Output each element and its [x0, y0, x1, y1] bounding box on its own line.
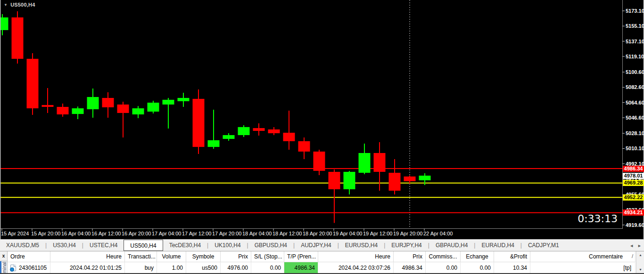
- chart-panel: ▼ US500,H4 5173.105155.105137.105119.105…: [0, 0, 644, 239]
- candle-body: [72, 108, 84, 114]
- candle-body: [404, 177, 416, 181]
- table-cell-value: 4986.34: [402, 263, 422, 273]
- candle-body: [87, 97, 99, 109]
- time-axis-label: 19 Apr 12:00: [363, 231, 392, 236]
- time-axis-label: 18 Apr 12:00: [272, 231, 302, 236]
- table-cell-value: [tp]: [623, 263, 631, 273]
- price-badge: 4952.22: [623, 194, 644, 201]
- chart-tab-bar: XAUUSD,M5|US30,H4|USTEC,H4US500,H4TecDE3…: [0, 239, 644, 251]
- column-header[interactable]: Ordre: [8, 251, 50, 262]
- candle-body: [389, 173, 401, 191]
- chart-tab-gbpusd-h4[interactable]: GBPUSD,H4: [248, 240, 293, 251]
- terminal-vertical-tab[interactable]: minal: [0, 261, 8, 273]
- table-cell-value: 2024.04.22 03:07:26: [339, 263, 390, 273]
- table-cell-value: 243061105: [19, 263, 47, 273]
- terminal-window: ▼ US500,H4 5173.105155.105137.105119.105…: [0, 0, 644, 274]
- table-cell: 4976.00: [221, 262, 251, 273]
- chart-tab-gbpaud-h4[interactable]: GBPAUD,H4: [429, 240, 474, 251]
- column-header[interactable]: Heure: [50, 251, 125, 262]
- chart-tab-cadjpy-m1[interactable]: CADJPY,M1: [522, 240, 565, 251]
- candle-body: [223, 135, 235, 139]
- chart-tab-us500-h4[interactable]: US500,H4: [124, 240, 163, 251]
- column-header[interactable]: &Profit: [494, 251, 530, 262]
- chart-tab-audjpy-h4[interactable]: AUDJPY,H4: [295, 240, 337, 251]
- candle-body: [298, 141, 310, 152]
- column-header[interactable]: Prix: [394, 251, 426, 262]
- orders-table: OrdreHeureTransacti...VolumeSymbolePrixS…: [8, 251, 636, 273]
- column-header[interactable]: Volume: [157, 251, 186, 262]
- candle-body: [193, 99, 205, 147]
- column-header[interactable]: Commentaire: [530, 251, 636, 262]
- price-axis-label: 5119.10: [626, 54, 644, 59]
- time-axis-label: 16 Apr 04:00: [61, 231, 91, 236]
- column-header[interactable]: Echange: [461, 251, 494, 262]
- chart-tab-ustec-h4[interactable]: USTEC,H4: [83, 240, 124, 251]
- table-cell: [tp]: [530, 262, 636, 273]
- chart-tab-euraud-h4[interactable]: EURAUD,H4: [475, 240, 520, 251]
- column-header[interactable]: Transacti...: [125, 251, 157, 262]
- table-cell-value: us500: [202, 263, 217, 273]
- scroll-up-icon[interactable]: ▲: [636, 251, 644, 258]
- chart-tab-eurjpy-h4[interactable]: EURJPY,H4: [385, 240, 428, 251]
- chart-tab-eurusd-h4[interactable]: EURUSD,H4: [339, 240, 384, 251]
- candle-body: [132, 108, 144, 114]
- table-cell: 2024.04.22 01:01:25: [50, 262, 125, 273]
- price-badge: 4969.28: [623, 180, 644, 186]
- table-cell-value: buy: [145, 263, 154, 273]
- column-header[interactable]: Commiss...: [426, 251, 461, 262]
- column-header[interactable]: T/P (Pren...: [284, 251, 318, 262]
- chart-tab-tecde30-h4[interactable]: TecDE30,H4: [163, 240, 207, 251]
- candle-body: [238, 127, 250, 135]
- column-header[interactable]: S/L (Stop...: [251, 251, 284, 262]
- table-cell: 10.34: [494, 262, 530, 273]
- price-axis-label: 5082.60: [626, 85, 644, 90]
- chart-tab-xauusd-m5[interactable]: XAUUSD,M5: [0, 240, 45, 251]
- symbol-period-text: US500,H4: [10, 2, 35, 8]
- table-scrollbar[interactable]: ▲ ▼: [636, 251, 644, 273]
- time-axis-label: 16 Apr 12:00: [91, 231, 121, 236]
- candle-body: [148, 103, 159, 112]
- candle-body: [359, 153, 371, 173]
- table-row[interactable]: 2430611052024.04.22 01:01:25buy1.00us500…: [8, 262, 636, 273]
- candle-countdown-timer: 0:33:13: [519, 213, 618, 225]
- time-axis-label: 17 Apr 12:00: [182, 231, 211, 236]
- price-axis-label: 5028.10: [626, 131, 644, 136]
- candle-body: [419, 176, 431, 180]
- table-cell: 4986.34: [284, 262, 318, 273]
- table-cell-value: 10.34: [513, 263, 527, 273]
- table-cell: 1.00: [157, 262, 186, 273]
- candle-body: [117, 105, 129, 113]
- table-cell: 2024.04.22 03:07:26: [318, 262, 394, 273]
- table-cell: 243061105: [8, 262, 50, 273]
- chart-canvas[interactable]: [0, 0, 644, 239]
- candle-body: [314, 152, 325, 171]
- price-axis-label: 5173.10: [626, 8, 644, 14]
- table-cell-value: 0.00: [480, 263, 491, 273]
- scroll-down-icon[interactable]: ▼: [636, 266, 644, 273]
- column-header[interactable]: Symbole: [186, 251, 221, 262]
- candle-body: [283, 133, 295, 141]
- time-axis-label: 18 Apr 20:00: [303, 231, 332, 236]
- table-cell: us500: [186, 262, 221, 273]
- terminal-panel: x minal OrdreHeureTransacti...VolumeSymb…: [0, 251, 644, 274]
- time-axis-label: 15 Apr 2024: [1, 231, 29, 236]
- candle-body: [12, 17, 24, 59]
- table-cell-value: 1.00: [172, 263, 183, 273]
- terminal-tab-label: minal: [1, 262, 8, 273]
- time-axis-label: 19 Apr 20:00: [393, 231, 422, 236]
- chart-tab-uk100-h4[interactable]: UK100,H4: [208, 240, 247, 251]
- chart-tab-us30-h4[interactable]: US30,H4: [47, 240, 82, 251]
- tab-prev-icon[interactable]: ◄: [629, 243, 634, 248]
- close-panel-button[interactable]: x: [0, 251, 8, 261]
- candle-body: [102, 98, 114, 107]
- window-edge-left: [0, 0, 1, 239]
- column-header[interactable]: Heure: [318, 251, 394, 262]
- price-axis-label: 4919.60: [626, 223, 644, 228]
- time-axis-label: 22 Apr 04:00: [423, 231, 453, 236]
- tab-next-icon[interactable]: ►: [637, 243, 642, 248]
- price-badge: 4986.34: [623, 166, 644, 172]
- column-header[interactable]: Prix: [221, 251, 251, 262]
- table-cell-value: 4986.34: [295, 263, 315, 273]
- candle-body: [178, 98, 190, 101]
- candle-body: [208, 140, 220, 147]
